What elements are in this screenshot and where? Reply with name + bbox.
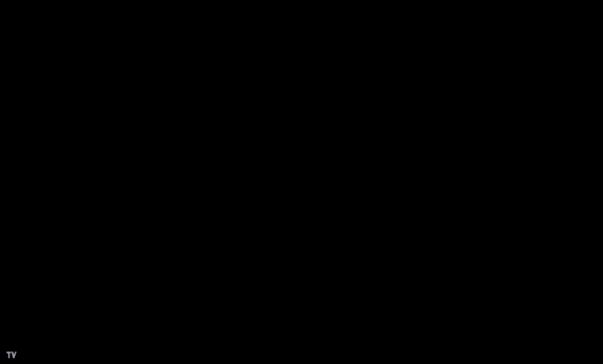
indicator-row-stoch[interactable] (33, 304, 40, 312)
tradingview-logo[interactable] (6, 350, 20, 360)
symbol-legend[interactable] (33, 10, 40, 50)
chart-canvas[interactable] (0, 0, 603, 364)
indicator-row-sma2[interactable] (33, 42, 40, 49)
symbol-title-row[interactable] (33, 10, 40, 17)
indicator-row-volume[interactable] (33, 26, 40, 33)
indicator-row-sma1[interactable] (33, 34, 40, 41)
tradingview-logo-icon (6, 350, 17, 360)
indicator-row-accum-dist[interactable] (33, 239, 37, 247)
tradingview-screenshot (0, 0, 603, 364)
indicator-row-vrvp[interactable] (33, 18, 40, 25)
indicator-row-macd[interactable] (33, 270, 44, 278)
